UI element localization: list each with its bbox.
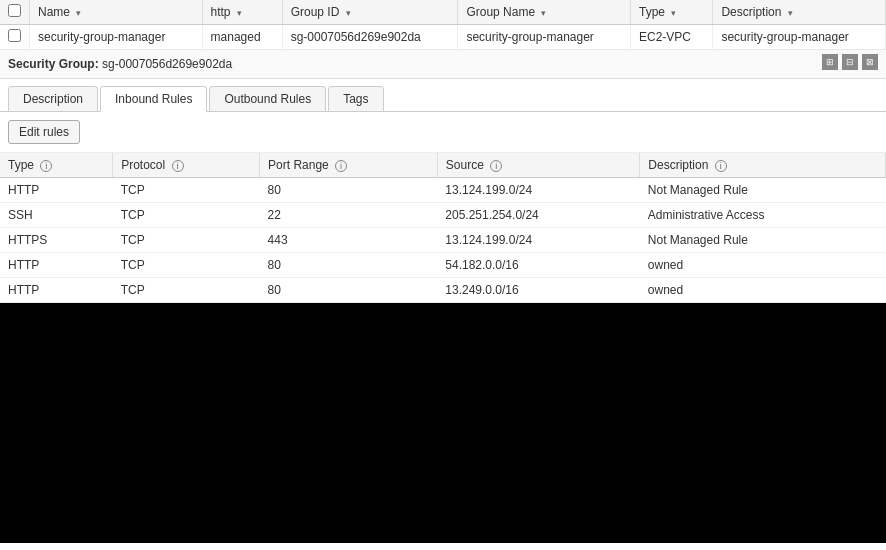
rule-row: HTTP TCP 80 13.124.199.0/24 Not Managed … bbox=[0, 178, 886, 203]
rule-type: HTTP bbox=[0, 253, 113, 278]
rules-col-source: Source i bbox=[437, 153, 640, 178]
type-info-icon[interactable]: i bbox=[40, 160, 52, 172]
row-description: security-group-manager bbox=[713, 25, 886, 50]
row-checkbox[interactable] bbox=[8, 29, 21, 42]
rule-type: HTTPS bbox=[0, 228, 113, 253]
col-name-label: Name bbox=[38, 5, 70, 19]
rule-row: HTTP TCP 80 54.182.0.0/16 owned bbox=[0, 253, 886, 278]
rules-col-type: Type i bbox=[0, 153, 113, 178]
rules-col-port-range: Port Range i bbox=[260, 153, 438, 178]
rules-col-type-label: Type bbox=[8, 158, 34, 172]
rule-port-range: 80 bbox=[260, 278, 438, 303]
tab-description[interactable]: Description bbox=[8, 86, 98, 112]
col-type-sort: ▾ bbox=[671, 8, 676, 18]
black-bottom-area bbox=[0, 303, 886, 543]
sg-id-value: sg-0007056d269e902da bbox=[102, 57, 232, 71]
table-row[interactable]: security-group-manager managed sg-000705… bbox=[0, 25, 886, 50]
col-group-name-sort: ▾ bbox=[541, 8, 546, 18]
rule-source: 13.124.199.0/24 bbox=[437, 228, 640, 253]
rule-description: Not Managed Rule bbox=[640, 228, 886, 253]
view-icons: ⊞ ⊟ ⊠ bbox=[822, 54, 878, 74]
col-name[interactable]: Name ▾ bbox=[30, 0, 203, 25]
rules-col-protocol-label: Protocol bbox=[121, 158, 165, 172]
security-group-label: Security Group: sg-0007056d269e902da bbox=[8, 57, 232, 71]
rule-protocol: TCP bbox=[113, 278, 260, 303]
rule-protocol: TCP bbox=[113, 253, 260, 278]
row-group-name: security-group-manager bbox=[458, 25, 631, 50]
col-http-sort: ▾ bbox=[237, 8, 242, 18]
row-http: managed bbox=[202, 25, 282, 50]
tab-tags[interactable]: Tags bbox=[328, 86, 383, 112]
tabs-bar: Description Inbound Rules Outbound Rules… bbox=[0, 79, 886, 112]
rule-port-range: 80 bbox=[260, 178, 438, 203]
rule-type: HTTP bbox=[0, 178, 113, 203]
rule-description: Administrative Access bbox=[640, 203, 886, 228]
row-checkbox-cell[interactable] bbox=[0, 25, 30, 50]
rule-source: 54.182.0.0/16 bbox=[437, 253, 640, 278]
rule-protocol: TCP bbox=[113, 203, 260, 228]
tab-outbound-rules[interactable]: Outbound Rules bbox=[209, 86, 326, 112]
grid-icon-2[interactable]: ⊟ bbox=[842, 54, 858, 70]
col-group-name-label: Group Name bbox=[466, 5, 535, 19]
col-description[interactable]: Description ▾ bbox=[713, 0, 886, 25]
rule-source: 13.249.0.0/16 bbox=[437, 278, 640, 303]
col-group-name[interactable]: Group Name ▾ bbox=[458, 0, 631, 25]
protocol-info-icon[interactable]: i bbox=[172, 160, 184, 172]
rules-col-protocol: Protocol i bbox=[113, 153, 260, 178]
col-type-label: Type bbox=[639, 5, 665, 19]
rule-port-range: 22 bbox=[260, 203, 438, 228]
select-all-checkbox[interactable] bbox=[8, 4, 21, 17]
col-http[interactable]: http ▾ bbox=[202, 0, 282, 25]
col-group-id-sort: ▾ bbox=[346, 8, 351, 18]
row-group-id: sg-0007056d269e902da bbox=[282, 25, 458, 50]
inbound-rules-table: Type i Protocol i Port Range i Source i … bbox=[0, 153, 886, 303]
grid-icon-3[interactable]: ⊠ bbox=[862, 54, 878, 70]
grid-icon-1[interactable]: ⊞ bbox=[822, 54, 838, 70]
rule-source: 205.251.254.0/24 bbox=[437, 203, 640, 228]
port-info-icon[interactable]: i bbox=[335, 160, 347, 172]
col-description-label: Description bbox=[721, 5, 781, 19]
edit-rules-section: Edit rules bbox=[0, 112, 886, 153]
rule-description: Not Managed Rule bbox=[640, 178, 886, 203]
rule-type: HTTP bbox=[0, 278, 113, 303]
rules-col-port-label: Port Range bbox=[268, 158, 329, 172]
rule-row: SSH TCP 22 205.251.254.0/24 Administrati… bbox=[0, 203, 886, 228]
rule-type: SSH bbox=[0, 203, 113, 228]
rule-description: owned bbox=[640, 253, 886, 278]
col-group-id-label: Group ID bbox=[291, 5, 340, 19]
row-type: EC2-VPC bbox=[630, 25, 712, 50]
col-group-id[interactable]: Group ID ▾ bbox=[282, 0, 458, 25]
rule-description: owned bbox=[640, 278, 886, 303]
edit-rules-button[interactable]: Edit rules bbox=[8, 120, 80, 144]
sg-label-text: Security Group: bbox=[8, 57, 99, 71]
row-name: security-group-manager bbox=[30, 25, 203, 50]
rule-source: 13.124.199.0/24 bbox=[437, 178, 640, 203]
rules-col-source-label: Source bbox=[446, 158, 484, 172]
rule-protocol: TCP bbox=[113, 228, 260, 253]
rule-port-range: 80 bbox=[260, 253, 438, 278]
col-type[interactable]: Type ▾ bbox=[630, 0, 712, 25]
rules-col-desc-label: Description bbox=[648, 158, 708, 172]
rule-row: HTTP TCP 80 13.249.0.0/16 owned bbox=[0, 278, 886, 303]
tab-inbound-rules[interactable]: Inbound Rules bbox=[100, 86, 207, 112]
col-name-sort: ▾ bbox=[76, 8, 81, 18]
desc-info-icon[interactable]: i bbox=[715, 160, 727, 172]
rule-row: HTTPS TCP 443 13.124.199.0/24 Not Manage… bbox=[0, 228, 886, 253]
select-all-header[interactable] bbox=[0, 0, 30, 25]
rules-col-description: Description i bbox=[640, 153, 886, 178]
security-groups-table: Name ▾ http ▾ Group ID ▾ Group Name ▾ Ty… bbox=[0, 0, 886, 50]
col-http-label: http bbox=[211, 5, 231, 19]
source-info-icon[interactable]: i bbox=[490, 160, 502, 172]
rule-protocol: TCP bbox=[113, 178, 260, 203]
col-description-sort: ▾ bbox=[788, 8, 793, 18]
rule-port-range: 443 bbox=[260, 228, 438, 253]
